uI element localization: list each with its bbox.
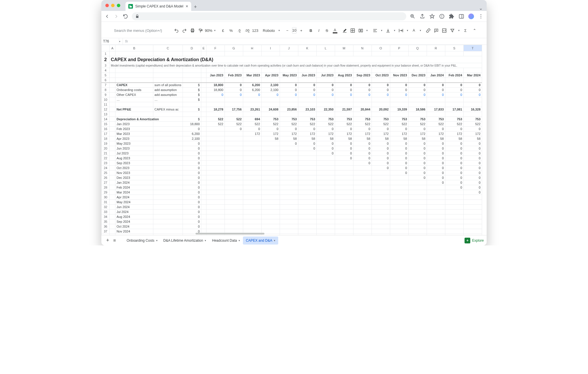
cell[interactable] [353, 97, 372, 102]
cell[interactable]: 753 [408, 117, 427, 122]
row-header[interactable]: 37 [102, 229, 110, 234]
font-size-decrease[interactable]: − [284, 27, 291, 34]
strike-button[interactable]: S [324, 27, 330, 34]
cell[interactable]: 0 [390, 88, 408, 92]
cell[interactable] [390, 78, 408, 83]
cell[interactable] [261, 51, 280, 56]
cell[interactable] [390, 112, 408, 117]
cell[interactable] [225, 161, 243, 166]
cell[interactable]: 17,081 [445, 107, 463, 112]
cell[interactable]: 0 [335, 151, 353, 156]
cell[interactable] [225, 78, 243, 83]
column-header[interactable]: J [280, 45, 298, 51]
row-header[interactable]: 35 [102, 219, 110, 224]
cell[interactable] [390, 68, 408, 73]
cell[interactable]: 0 [316, 141, 335, 146]
cell[interactable]: 0 [183, 146, 201, 151]
cell[interactable]: 0 [408, 166, 427, 170]
column-header[interactable]: S [445, 45, 463, 51]
cell[interactable] [445, 219, 463, 224]
cell[interactable]: 522 [463, 122, 482, 127]
cell[interactable] [298, 51, 316, 56]
cell[interactable] [445, 112, 463, 117]
cell[interactable] [408, 190, 427, 195]
cell[interactable] [206, 200, 225, 205]
cell[interactable] [353, 78, 372, 83]
browser-tab[interactable]: Simple CAPEX and D&A Model ✕ [125, 2, 191, 11]
cell[interactable] [243, 161, 261, 166]
cell[interactable] [261, 146, 280, 151]
cell[interactable]: $ [183, 117, 201, 122]
fill-color-button[interactable] [341, 27, 348, 34]
cell[interactable] [110, 92, 115, 97]
cell[interactable]: 0 [463, 175, 482, 180]
cell[interactable] [243, 214, 261, 219]
cell[interactable]: Sep 2024 [115, 219, 153, 224]
cell[interactable]: 172 [261, 131, 280, 136]
cell[interactable]: … [115, 97, 153, 102]
cell[interactable] [206, 214, 225, 219]
cell[interactable] [261, 68, 280, 73]
cell[interactable]: 0 [463, 88, 482, 92]
cell[interactable] [183, 112, 201, 117]
cell[interactable]: 0 [427, 170, 445, 175]
close-tab-icon[interactable]: ✕ [185, 4, 188, 8]
cell[interactable]: 0 [463, 180, 482, 185]
cell[interactable]: 0 [280, 141, 298, 146]
font-family-select[interactable]: Roboto [261, 27, 276, 34]
cell[interactable] [353, 205, 372, 210]
cell[interactable] [206, 102, 225, 107]
cell[interactable] [353, 175, 372, 180]
cell[interactable] [280, 205, 298, 210]
cell[interactable] [206, 127, 225, 131]
row-header[interactable]: 24 [102, 166, 110, 170]
cell[interactable] [243, 136, 261, 141]
cell[interactable]: CAPEX [115, 83, 153, 88]
cell[interactable] [353, 68, 372, 73]
cell[interactable]: 172 [298, 131, 316, 136]
cell[interactable] [280, 219, 298, 224]
wrap-dropdown-icon[interactable]: ▾ [406, 29, 409, 32]
cell[interactable] [372, 102, 390, 107]
cell[interactable] [225, 180, 243, 185]
cell[interactable]: Aug 2023 [115, 156, 153, 161]
cell[interactable]: 58 [298, 136, 316, 141]
row-header[interactable]: 20 [102, 146, 110, 151]
cell[interactable] [153, 131, 183, 136]
cell[interactable] [110, 51, 115, 56]
cell[interactable]: 0 [243, 127, 261, 131]
cell[interactable]: 0 [390, 83, 408, 88]
cell[interactable] [427, 97, 445, 102]
cell[interactable] [201, 219, 206, 224]
row-header[interactable]: 8 [102, 88, 110, 92]
cell[interactable] [298, 185, 316, 190]
cell[interactable] [280, 170, 298, 175]
back-button[interactable] [104, 13, 110, 19]
cell[interactable] [206, 136, 225, 141]
cell[interactable]: 0 [316, 88, 335, 92]
cell[interactable] [201, 166, 206, 170]
column-header[interactable] [102, 45, 110, 51]
cell[interactable] [463, 97, 482, 102]
cell[interactable]: 0 [390, 141, 408, 146]
cell[interactable]: 753 [298, 117, 316, 122]
cell[interactable] [110, 151, 115, 156]
toolbar-collapse-icon[interactable]: ⌃ [471, 27, 478, 34]
cell[interactable] [243, 68, 261, 73]
cell[interactable] [206, 185, 225, 190]
sheet-tab-menu-icon[interactable]: ▾ [239, 239, 240, 242]
tab-list-chevron-icon[interactable]: ⌄ [475, 5, 487, 11]
cell[interactable] [201, 146, 206, 151]
scrollbar-thumb[interactable] [196, 233, 264, 235]
cell[interactable]: 0 [463, 141, 482, 146]
column-header[interactable]: G [225, 45, 243, 51]
cell[interactable] [353, 190, 372, 195]
cell[interactable]: 0 [408, 156, 427, 161]
cell[interactable] [225, 195, 243, 200]
cell[interactable] [243, 200, 261, 205]
account-circle-icon[interactable] [439, 13, 445, 19]
cell[interactable] [153, 180, 183, 185]
cell[interactable]: Jan 2024 [115, 180, 153, 185]
cell[interactable] [115, 78, 153, 83]
cell[interactable] [243, 185, 261, 190]
